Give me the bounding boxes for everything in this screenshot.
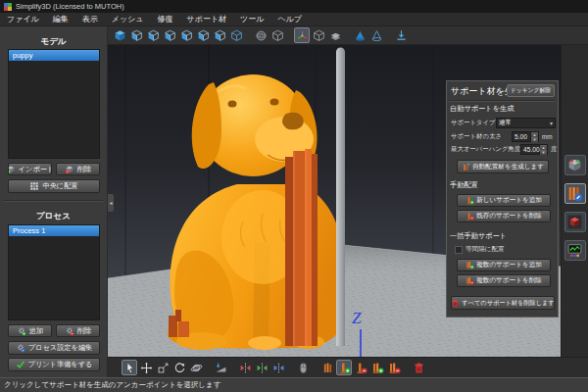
overhang-angle-stepper[interactable]: ▲▼ [540,144,548,155]
drop-model-icon[interactable] [393,27,409,43]
remove-support-icon[interactable] [353,360,368,375]
menu-support[interactable]: サポート材 [180,13,234,26]
panel-models-icon[interactable] [564,155,586,175]
undock-button[interactable]: ドッキング解除 [507,84,555,97]
menu-repair[interactable]: 修復 [151,13,180,26]
cut-z-icon[interactable] [270,360,286,375]
select-tool-icon[interactable] [122,360,137,375]
pillar-size-stepper[interactable]: ▲▼ [531,131,539,142]
menu-view[interactable]: 表示 [75,13,105,26]
model-section-title: モデル [0,36,107,48]
add-process-button[interactable]: 追加 [8,324,52,337]
gear-minus-icon [65,326,74,336]
overhang-angle-input[interactable]: 45.00 ▲▼ [520,144,548,155]
process-section-title: プロセス [0,211,107,222]
show-build-volume-icon[interactable] [311,27,326,43]
menu-mesh[interactable]: メッシュ [105,13,151,26]
cut-x-icon[interactable] [237,360,253,375]
panel-supports-icon[interactable] [564,183,586,204]
title-bar: Simplify3D (Licensed to MUTOH) [0,0,588,13]
view-right-icon[interactable] [178,27,194,43]
left-sidebar: モデル puppy インポート 削除 中央に配置 プロセス Process 1 … [0,26,108,377]
cube-minus-icon [65,165,74,174]
chevron-down-icon: ▾ [550,120,553,126]
view-default-icon[interactable] [112,27,127,43]
support-type-label: サポートタイプ [451,119,496,127]
translate-tool-icon[interactable] [138,360,154,375]
view-iso-icon[interactable] [228,27,244,43]
panel-collapse-handle[interactable]: ◂ [108,194,114,212]
menu-help[interactable]: ヘルプ [270,13,309,26]
delete-model-button[interactable]: 削除 [56,163,100,175]
import-model-button[interactable]: インポート [8,163,52,175]
generate-support-icon [462,163,470,172]
place-surface-tool-icon[interactable] [213,360,228,375]
menu-bar: ファイル編集表示メッシュ修復サポート材ツールヘルプ [0,13,588,26]
check-icon [16,360,25,369]
tool-toolbar [108,357,588,377]
orthographic-view-icon[interactable] [270,27,285,43]
view-front-icon[interactable] [128,27,144,43]
view-toolbar [108,26,588,45]
generate-supports-button[interactable]: 自動配置材を生成します [457,160,549,173]
pillar-size-input[interactable]: 5.00 ▲▼ [512,131,539,142]
mouse-settings-icon[interactable] [295,360,311,375]
add-multi-support-icon[interactable] [369,360,385,375]
remove-existing-support-button[interactable]: 既存のサポートを削除 [457,210,551,222]
panel-divider [4,200,104,201]
support-remove-icon [466,212,474,220]
center-model-button[interactable]: 中央に配置 [8,179,100,193]
model-puppy[interactable] [168,74,345,350]
scale-tool-icon[interactable] [155,360,171,375]
bulk-section-title: 一括手動サポート [450,231,507,241]
menu-edit[interactable]: 編集 [46,13,75,26]
remove-multi-support-icon[interactable] [386,360,402,375]
support-paint-icon[interactable] [319,360,335,375]
add-support-icon[interactable] [336,360,352,375]
add-multiple-supports-button[interactable]: 複数のサポートを追加 [457,259,551,271]
prepare-print-button[interactable]: プリント準備をする [8,358,100,371]
support-add-multi-icon [466,261,474,270]
solid-render-icon[interactable] [352,27,368,43]
perspective-view-icon[interactable] [253,27,269,43]
view-bottom-icon[interactable] [212,27,227,43]
show-bed-grid-icon[interactable] [327,27,343,43]
menu-file[interactable]: ファイル [0,13,46,26]
support-add-icon [466,196,474,205]
status-bar: クリックしてサポート材を生成のアンカーポイントを選択します [0,377,588,392]
delete-process-button[interactable]: 削除 [56,324,100,337]
model-list[interactable]: puppy [8,49,100,159]
process-list[interactable]: Process 1 [8,224,100,320]
panel-cross-section-icon[interactable] [564,212,586,232]
support-generation-panel: サポート材を生成 ドッキング解除 自動サポートを生成 サポートタイプ 通常 ▾ … [446,80,559,318]
remove-multiple-supports-button[interactable]: 複数のサポートを削除 [457,274,551,287]
view-top-icon[interactable] [195,27,211,43]
overhang-angle-label: 最大オーバーハング角度 [451,145,520,154]
add-new-support-button[interactable]: 新しいサポートを追加 [457,194,551,207]
support-remove-multi-icon [466,276,474,285]
equal-spacing-checkbox[interactable] [455,246,463,254]
remove-all-supports-button[interactable]: すべてのサポート材を削除します [451,296,555,310]
overhang-angle-unit: 度 [551,145,557,154]
manual-section-title: 手動配置 [450,180,478,190]
rotate-tool-icon[interactable] [172,360,187,375]
grid-icon [29,181,39,191]
app-logo-icon [4,3,12,11]
clear-supports-icon[interactable] [411,360,426,375]
view-back-icon[interactable] [145,27,161,43]
process-item-1[interactable]: Process 1 [9,225,99,236]
equal-spacing-label: 等間隔に配置 [466,245,505,254]
orbit-tool-icon[interactable] [188,360,204,375]
menu-tools[interactable]: ツール [233,13,270,26]
show-axes-icon[interactable] [294,27,310,43]
edit-process-button[interactable]: プロセス設定を編集 [8,341,100,355]
cube-plus-icon [8,165,16,174]
support-preview-pillar[interactable] [336,48,345,347]
cut-y-icon[interactable] [254,360,270,375]
support-type-dropdown[interactable]: 通常 ▾ [496,118,556,128]
model-item-puppy[interactable]: puppy [9,50,99,61]
view-left-icon[interactable] [162,27,177,43]
wireframe-render-icon[interactable] [368,27,384,43]
z-axis-label: Z [352,309,362,327]
panel-machine-control-icon[interactable] [564,240,586,261]
